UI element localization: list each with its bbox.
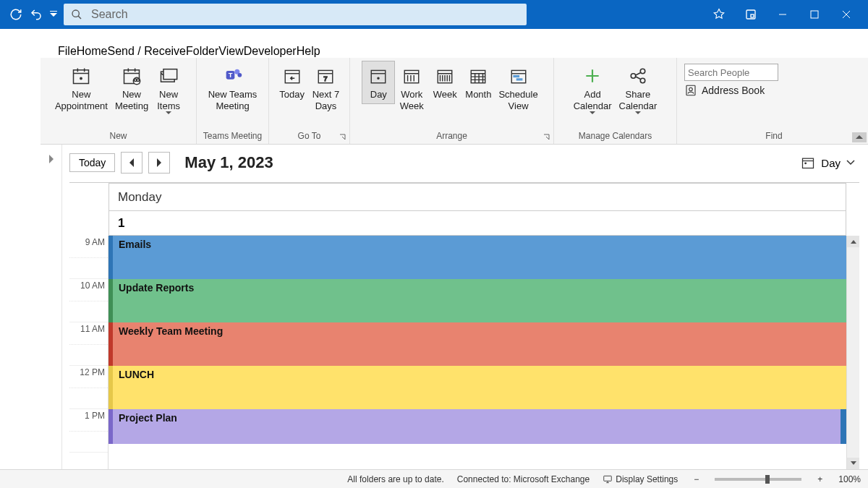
titlebar: Search [0,0,868,29]
calendar-icon [801,155,815,170]
search-people-input[interactable] [684,64,778,81]
calendar-header: Today May 1, 2023 Day [69,152,859,174]
tab-developer[interactable]: Developer [244,45,297,58]
arrange-month-button[interactable]: Month [461,61,495,104]
search-placeholder: Search [91,8,128,21]
tab-help[interactable]: Help [297,45,320,58]
status-folders: All folders are up to date. [347,474,443,484]
share-calendar-button[interactable]: Share Calendar [616,61,661,119]
sync-icon[interactable] [6,4,26,25]
svg-rect-40 [513,75,519,77]
arrange-day-button[interactable]: Day [362,61,395,104]
status-connection: Connected to: Microsoft Exchange [457,474,590,484]
zoom-out-button[interactable]: − [691,474,702,484]
svg-rect-36 [405,70,420,82]
calendar-event[interactable]: Emails [109,236,846,279]
day-number: 1 [109,211,846,236]
new-appointment-button[interactable]: New Appointment [51,61,111,115]
coming-soon-icon[interactable] [735,0,767,29]
scrollbar[interactable] [846,236,859,469]
collapse-ribbon-button[interactable] [852,132,867,142]
address-book-icon [684,84,697,97]
display-icon [603,474,613,484]
scroll-down-icon[interactable] [847,458,859,469]
svg-point-46 [689,87,693,91]
calendar-event[interactable]: Project Plan [109,409,846,444]
day-name: Monday [109,184,846,211]
svg-point-35 [378,77,379,79]
tab-file[interactable]: File [58,45,77,58]
svg-rect-19 [74,70,89,84]
next-button[interactable] [148,152,170,174]
svg-rect-26 [163,69,177,80]
tab-folder[interactable]: Folder [186,45,218,58]
time-label: 11 AM [69,322,108,366]
arrange-week-button[interactable]: Week [428,61,461,104]
new-teams-meeting-button[interactable]: TNew Teams Meeting [205,61,261,115]
svg-point-30 [237,73,242,77]
add-calendar-button[interactable]: Add Calendar [570,61,616,119]
scroll-up-icon[interactable] [847,236,859,247]
time-label: 9 AM [69,236,108,279]
goto-today-button[interactable]: Today [276,61,309,104]
prev-button[interactable] [121,152,142,174]
svg-text:T: T [228,72,232,79]
calendar-event[interactable]: Weekly Team Meeting [109,322,846,366]
premium-icon[interactable] [703,0,735,29]
svg-rect-31 [285,70,299,82]
folder-pane-collapsed[interactable] [41,145,62,469]
arrange-workweek-button[interactable]: Work Week [395,61,428,115]
tab-home[interactable]: Home [77,45,108,58]
svg-point-42 [631,74,636,79]
goto-next7-button[interactable]: 7Next 7 Days [309,61,344,115]
zoom-in-button[interactable]: + [814,474,825,484]
today-button[interactable]: Today [69,153,115,172]
ribbon: New Appointment New Meeting New Items Ne… [41,58,868,145]
maximize-button[interactable] [799,0,830,29]
group-label-arrange: Arrange [436,129,467,144]
svg-rect-49 [604,476,612,481]
search-box[interactable]: Search [64,4,527,25]
time-label: 12 PM [69,366,108,409]
calendar-grid: Monday 1 9 AM 10 AM 11 AM 12 PM 1 PM Ema… [69,182,859,469]
chevron-down-icon [166,111,171,115]
calendar-area: Today May 1, 2023 Day Monday 1 9 A [41,145,868,469]
svg-rect-45 [686,85,695,95]
group-label-goto: Go To [298,129,321,144]
calendar-event[interactable]: Update Reports [109,279,846,322]
undo-icon[interactable] [26,4,46,25]
events-column[interactable]: EmailsUpdate ReportsWeekly Team MeetingL… [109,236,846,469]
group-label-new: New [109,129,127,144]
menu-tabs: File Home Send / Receive Folder View Dev… [0,29,868,58]
svg-rect-47 [803,158,814,168]
tab-view[interactable]: View [218,45,243,58]
group-label-manage: Manage Calendars [579,129,652,144]
display-settings-button[interactable]: Display Settings [603,474,678,484]
qat-customize-icon[interactable] [46,11,61,18]
zoom-level: 100% [838,474,861,484]
new-meeting-button[interactable]: New Meeting [111,61,152,115]
svg-rect-2 [751,14,754,17]
dialog-launcher-icon[interactable] [543,134,550,141]
arrange-schedule-button[interactable]: Schedule View [495,61,541,115]
new-items-button[interactable]: New Items [152,61,185,119]
group-label-teams: Teams Meeting [203,129,262,144]
svg-rect-34 [372,70,386,82]
minimize-button[interactable] [767,0,799,29]
zoom-slider[interactable] [715,478,801,481]
time-label: 10 AM [69,279,108,322]
time-column: 9 AM 10 AM 11 AM 12 PM 1 PM [69,236,109,469]
svg-point-44 [640,78,645,83]
address-book-button[interactable]: Address Book [684,84,765,97]
tab-send-receive[interactable]: Send / Receive [107,45,186,58]
calendar-event[interactable]: LUNCH [109,366,846,409]
svg-point-43 [640,69,645,74]
dialog-launcher-icon[interactable] [339,134,346,141]
close-button[interactable] [830,0,862,29]
group-label-find: Find [765,129,782,144]
search-icon [71,9,82,20]
svg-point-20 [80,77,82,79]
view-dropdown[interactable]: Day [796,153,859,173]
chevron-down-icon [846,160,855,166]
svg-point-48 [805,163,807,164]
